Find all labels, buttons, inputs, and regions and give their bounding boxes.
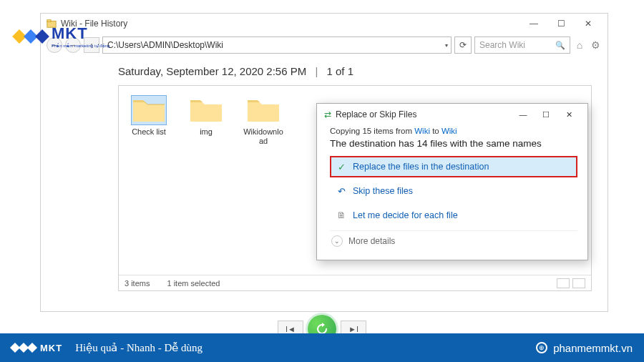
replace-skip-dialog: ⇄ Replace or Skip Files — ☐ ✕ Copying 15…	[316, 103, 588, 260]
dialog-icon: ⇄	[324, 109, 331, 119]
gear-icon[interactable]: ⚙	[589, 39, 602, 52]
chevron-down-icon: ⌄	[331, 235, 343, 247]
folder-item[interactable]: img	[186, 96, 226, 146]
logo-subtitle: Phần mềm marketing tự động	[52, 43, 109, 48]
status-bar: 3 items 1 item selected	[119, 275, 591, 290]
dialog-minimize-button[interactable]: —	[512, 106, 535, 123]
minimize-button[interactable]: —	[520, 15, 547, 32]
folder-item[interactable]: Check list	[129, 96, 169, 146]
search-placeholder: Search Wiki	[479, 40, 525, 50]
option-replace-label: Replace the files in the destination	[353, 162, 489, 172]
dialog-titlebar: ⇄ Replace or Skip Files — ☐ ✕	[317, 104, 587, 125]
folder-label: img	[186, 127, 226, 137]
copy-source-link[interactable]: Wiki	[414, 127, 430, 135]
address-bar[interactable]: C:\Users\ADMIN\Desktop\Wiki ▾	[102, 36, 452, 54]
snapshot-date: Saturday, September 12, 2020 2:56 PM	[118, 65, 306, 77]
check-icon: ✓	[336, 161, 347, 172]
footer-logo: MKT	[11, 343, 62, 353]
brand-footer: MKT Hiệu quả - Nhanh - Dễ dùng ⊕ phanmem…	[0, 333, 644, 362]
address-path: C:\Users\ADMIN\Desktop\Wiki	[107, 40, 223, 50]
folder-icon	[246, 96, 280, 124]
home-icon[interactable]: ⌂	[573, 39, 586, 52]
brand-logo-overlay: MKT Phần mềm marketing tự động	[14, 24, 109, 48]
snapshot-info: Saturday, September 12, 2020 2:56 PM | 1…	[41, 58, 608, 83]
snapshot-count: 1 of 1	[326, 65, 353, 77]
dialog-headline: The destination has 14 files with the sa…	[330, 138, 577, 149]
search-icon: 🔍	[555, 41, 565, 50]
status-selected: 1 item selected	[167, 279, 220, 288]
option-replace[interactable]: ✓ Replace the files in the destination	[330, 156, 577, 177]
svg-rect-1	[47, 20, 51, 22]
folder-item[interactable]: Wikidownload	[243, 96, 283, 146]
address-dropdown-icon[interactable]: ▾	[445, 42, 448, 49]
dialog-title: Replace or Skip Files	[336, 109, 416, 119]
dialog-copy-line: Copying 15 items from Wiki to Wiki	[330, 127, 577, 135]
option-decide[interactable]: 🗎 Let me decide for each file	[330, 205, 577, 226]
footer-slogan: Hiệu quả - Nhanh - Dễ dùng	[75, 341, 203, 354]
option-decide-label: Let me decide for each file	[353, 210, 458, 220]
logo-diamonds	[14, 31, 47, 41]
search-input[interactable]: Search Wiki 🔍	[474, 36, 570, 54]
close-button[interactable]: ✕	[575, 15, 602, 32]
copy-dest-link[interactable]: Wiki	[441, 127, 457, 135]
decide-icon: 🗎	[336, 210, 347, 221]
globe-icon: ⊕	[536, 342, 547, 353]
option-skip-label: Skip these files	[353, 186, 413, 196]
maximize-button[interactable]: ☐	[547, 15, 575, 32]
dialog-maximize-button[interactable]: ☐	[535, 106, 557, 123]
dialog-close-button[interactable]: ✕	[557, 106, 580, 123]
footer-site: phanmemmkt.vn	[553, 342, 633, 354]
more-details-label: More details	[348, 236, 395, 246]
titlebar: Wiki - File History — ☐ ✕	[41, 14, 608, 34]
folder-icon	[189, 96, 223, 124]
refresh-button[interactable]: ⟳	[454, 36, 472, 54]
status-item-count: 3 items	[125, 279, 150, 288]
skip-icon: ↶	[336, 185, 347, 197]
folder-label: Check list	[129, 127, 169, 137]
logo-text: MKT	[52, 24, 109, 43]
view-icons-button[interactable]	[572, 278, 585, 288]
folder-icon	[132, 96, 166, 124]
footer-logo-text: MKT	[40, 343, 62, 353]
toolbar: ← → ↑ C:\Users\ADMIN\Desktop\Wiki ▾ ⟳ Se…	[41, 34, 608, 58]
more-details-toggle[interactable]: ⌄ More details	[330, 230, 577, 248]
folder-label: Wikidownload	[243, 127, 283, 146]
option-skip[interactable]: ↶ Skip these files	[330, 180, 577, 202]
view-details-button[interactable]	[557, 278, 570, 288]
